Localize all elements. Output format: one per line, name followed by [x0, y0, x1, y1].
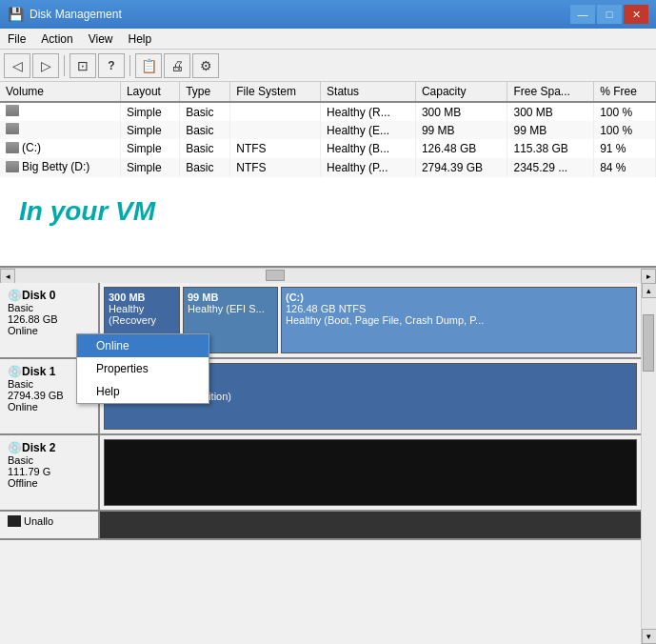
vm-text: In your VM [19, 196, 155, 227]
disk-name: 💿Disk 2 [8, 441, 90, 454]
cell-layout: Simple [120, 102, 179, 121]
h-scroll-right[interactable]: ▸ [641, 269, 656, 284]
cell-capacity: 99 MB [415, 121, 507, 139]
volume-icon [6, 105, 19, 116]
properties-button[interactable]: 📋 [135, 53, 162, 78]
help-button[interactable]: ? [98, 53, 125, 78]
forward-button[interactable]: ▷ [32, 53, 59, 78]
table-row[interactable]: Simple Basic Healthy (E... 99 MB 99 MB 1… [0, 121, 656, 139]
toolbar: ◁ ▷ ⊡ ? 📋 🖨 ⚙ [0, 50, 656, 82]
cell-volume: Big Betty (D:) [0, 158, 120, 177]
table-row[interactable]: (C:) Simple Basic NTFS Healthy (B... 126… [0, 139, 656, 158]
v-scroll-thumb[interactable] [643, 314, 654, 372]
menu-action[interactable]: Action [33, 30, 80, 48]
menu-bar: File Action View Help [0, 29, 656, 50]
cell-type: Basic [180, 102, 230, 121]
cell-status: Healthy (E... [321, 121, 416, 139]
col-status[interactable]: Status [321, 82, 416, 102]
volume-icon: Big Betty (D:) [6, 160, 89, 173]
cell-type: Basic [180, 121, 230, 139]
col-type[interactable]: Type [180, 82, 230, 102]
h-scroll-track[interactable] [15, 269, 641, 283]
col-fs[interactable]: File System [230, 82, 321, 102]
disk-drive-icon: 💿 [8, 365, 22, 378]
menu-view[interactable]: View [81, 30, 121, 48]
v-scroll-track[interactable] [642, 298, 656, 629]
cell-volume: (C:) [0, 139, 120, 158]
partition-sublabel: Healthy (EFI S... [188, 303, 273, 314]
disk-drive-icon: 💿 [8, 289, 22, 302]
h-scroll-thumb[interactable] [266, 270, 285, 281]
context-menu-item-help[interactable]: Help [77, 380, 209, 403]
volume-icon: (C:) [6, 141, 41, 154]
col-free[interactable]: Free Spa... [507, 82, 594, 102]
cell-free: 115.38 GB [507, 139, 594, 158]
h-scroll-left[interactable]: ◂ [0, 269, 15, 284]
disk-row: 💿Disk 2 Basic 111.79 G Offline [0, 435, 641, 512]
cell-volume [0, 121, 120, 139]
col-layout[interactable]: Layout [120, 82, 179, 102]
col-capacity[interactable]: Capacity [415, 82, 507, 102]
cell-type: Basic [180, 139, 230, 158]
cell-fs [230, 121, 321, 139]
context-menu-item-online[interactable]: Online [77, 334, 209, 357]
cell-fs [230, 102, 321, 121]
disk-icon [6, 142, 19, 153]
print-button[interactable]: 🖨 [164, 53, 190, 78]
cell-capacity: 300 MB [415, 102, 507, 121]
partition-name: 300 MB [109, 292, 175, 303]
partition[interactable]: (C:)126.48 GB NTFSHealthy (Boot, Page Fi… [281, 287, 637, 353]
cell-fs: NTFS [230, 158, 321, 177]
cell-volume [0, 102, 120, 121]
unalloc-info: Unallo [0, 512, 100, 538]
context-menu-item-properties[interactable]: Properties [77, 357, 209, 380]
toolbar-separator-2 [129, 55, 130, 76]
cell-free: 300 MB [507, 102, 594, 121]
cell-status: Healthy (B... [321, 139, 416, 158]
disk-icon [6, 161, 19, 172]
cell-pct: 84 % [594, 158, 656, 177]
disk-type: Basic [8, 454, 90, 466]
cell-layout: Simple [120, 121, 179, 139]
disk-size: 126.88 GB [8, 313, 90, 325]
disk-info-2: 💿Disk 2 Basic 111.79 G Offline [0, 435, 100, 510]
cell-free: 2345.29 ... [507, 158, 594, 177]
minimize-button[interactable]: — [570, 5, 595, 24]
partition-sublabel: 126.48 GB NTFS [286, 303, 632, 314]
partition-name: 99 MB [188, 292, 273, 303]
menu-help[interactable]: Help [121, 30, 160, 48]
col-pct[interactable]: % Free [594, 82, 656, 102]
unalloc-partition [100, 512, 641, 538]
volume-icon [6, 123, 19, 134]
disk-table: Volume Layout Type File System Status Ca… [0, 82, 656, 177]
cell-free: 99 MB [507, 121, 594, 139]
disk-icon [6, 123, 19, 134]
cell-type: Basic [180, 158, 230, 177]
col-volume[interactable]: Volume [0, 82, 120, 102]
table-row[interactable]: Simple Basic Healthy (R... 300 MB 300 MB… [0, 102, 656, 121]
partition-detail: Healthy (Boot, Page File, Crash Dump, P.… [286, 314, 632, 326]
disk-icon [6, 105, 19, 116]
offline-bar [104, 439, 637, 506]
cell-layout: Simple [120, 139, 179, 158]
h-scrollbar[interactable]: ◂ ▸ [0, 268, 656, 283]
v-scroll-up[interactable]: ▴ [642, 283, 657, 298]
back-button[interactable]: ◁ [4, 53, 30, 78]
view-button[interactable]: ⊡ [70, 53, 96, 78]
menu-file[interactable]: File [0, 30, 33, 48]
v-scroll-down[interactable]: ▾ [642, 629, 657, 644]
close-button[interactable]: ✕ [624, 5, 648, 24]
settings-button[interactable]: ⚙ [192, 53, 219, 78]
disk-size: 111.79 G [8, 466, 90, 477]
table-row[interactable]: Big Betty (D:) Simple Basic NTFS Healthy… [0, 158, 656, 177]
cell-pct: 100 % [594, 121, 656, 139]
v-scrollbar[interactable]: ▴ ▾ [641, 283, 656, 644]
app-icon: 💾 [8, 7, 24, 22]
disk-name: 💿Disk 0 [8, 289, 90, 302]
partition-name: (C:) [286, 292, 632, 303]
toolbar-separator-1 [64, 55, 65, 76]
disk-status: Offline [8, 477, 90, 489]
title-bar-controls: — □ ✕ [570, 5, 648, 24]
maximize-button[interactable]: □ [597, 5, 622, 24]
context-menu: OnlinePropertiesHelp [76, 333, 209, 404]
